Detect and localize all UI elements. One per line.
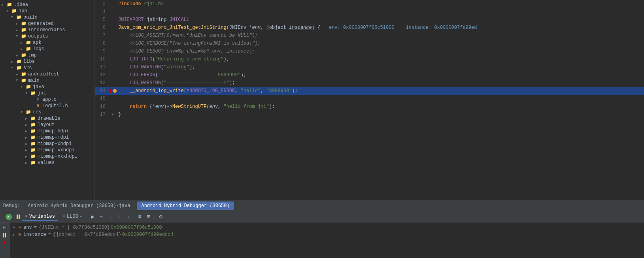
toolbar-btn-evaluate[interactable]: ≡ bbox=[136, 213, 144, 220]
var-row-env[interactable]: ▼≡env = {JNIEnv * | 0x7f86c51000} 0x0000… bbox=[9, 224, 644, 231]
tree-item-app[interactable]: ▼📁app bbox=[0, 8, 94, 14]
code-editor[interactable]: 3#include <jni.h>45JNIEXPORT jstring JNI… bbox=[95, 0, 644, 200]
line-number-9: 9 bbox=[95, 47, 109, 55]
folder-icon: 📁 bbox=[30, 116, 36, 121]
tree-item-libs[interactable]: ▶📁libs bbox=[0, 58, 94, 65]
tree-item-build[interactable]: ▼📁build bbox=[0, 14, 94, 21]
tree-item-mipmapxxhdpi[interactable]: ▶📁mipmap-xxhdpi bbox=[0, 147, 94, 153]
tree-item-layout[interactable]: ▶📁layout bbox=[0, 122, 94, 128]
lldb-tab-arrow: ▾ bbox=[80, 214, 82, 219]
line-number-5: 5 bbox=[95, 16, 109, 24]
tree-arrow-values: ▶ bbox=[25, 161, 30, 165]
folder-icon: 📁 bbox=[25, 46, 32, 52]
code-line-5: 5JNIEXPORT jstring JNICALL bbox=[95, 16, 644, 24]
folder-icon: 📁 bbox=[30, 122, 36, 128]
folder-icon: 📁 bbox=[30, 147, 36, 153]
folder-icon: 📁 bbox=[30, 154, 36, 159]
tree-arrow-src: ▼ bbox=[11, 66, 16, 70]
tree-item-mipmapxxxhdpi[interactable]: ▶📁mipmap-xxxhdpi bbox=[0, 153, 94, 160]
folder-icon: 📁 bbox=[25, 40, 32, 45]
toolbar-btn-watch[interactable]: ⊞ bbox=[145, 213, 152, 220]
code-line-7: 7 //LOG_ASSERT(0!=env,"JniEnv cannot be … bbox=[95, 32, 644, 40]
toolbar-btn-resume[interactable]: ▶ bbox=[89, 213, 96, 220]
pause-icon[interactable] bbox=[3, 233, 6, 237]
toolbar-btn-settings[interactable]: ⚙ bbox=[157, 213, 164, 220]
tree-arrow-mipmaphdpi: ▶ bbox=[25, 129, 30, 134]
variables-tab-label: Variables bbox=[29, 214, 55, 219]
tree-item-src[interactable]: ▼📁src bbox=[0, 65, 94, 71]
var-row-instance[interactable]: ▶≡instance = {jobject | 0x7fd99edcc4} 0x… bbox=[9, 231, 644, 238]
tree-item-generated[interactable]: ▶📁generated bbox=[0, 21, 94, 27]
toolbar-btn-step-into[interactable]: ↓ bbox=[107, 213, 114, 220]
code-line-12: 12 LOG_ERROR("--------------------999999… bbox=[95, 71, 644, 79]
tree-item-mipmapmdpi[interactable]: ▶📁mipmap-mdpi bbox=[0, 134, 94, 141]
line-content-4 bbox=[117, 8, 118, 16]
line-number-13: 13 bbox=[95, 79, 109, 87]
folder-icon: 📁 bbox=[21, 34, 27, 39]
pause-bar-left bbox=[17, 215, 18, 219]
tree-item-java[interactable]: ▼📁java bbox=[0, 84, 94, 90]
lldb-tab-icon: ≡ bbox=[63, 214, 65, 218]
code-line-10: 10 LOG_INFO("Returning a new string"); bbox=[95, 55, 644, 63]
fold-marker-17[interactable]: ▼ bbox=[111, 113, 114, 117]
tree-label-build: build bbox=[23, 15, 38, 20]
line-content-11: LOG_WARNING("Warning"); bbox=[117, 63, 195, 71]
debug-tab-native[interactable]: Android Hybrid Debugger (30650) bbox=[137, 202, 234, 210]
lldb-tab-label: LLDB bbox=[67, 214, 78, 219]
line-number-12: 12 bbox=[95, 71, 109, 79]
tree-item-res[interactable]: ▼📁res bbox=[0, 109, 94, 115]
tree-item-appc[interactable]: Capp.c bbox=[0, 96, 94, 103]
folder-icon: 📁 bbox=[21, 27, 27, 33]
line-content-14: __android_log_write(ANDROID_LOG_ERROR, "… bbox=[117, 87, 298, 95]
stop-icon[interactable]: ■ bbox=[3, 240, 6, 246]
toolbar-btn-run-cursor[interactable]: → bbox=[124, 213, 131, 220]
toolbar-btn-step-over[interactable]: ↷ bbox=[98, 213, 105, 220]
toolbar-btn-step-out[interactable]: ↑ bbox=[115, 213, 123, 220]
tree-item-jni[interactable]: ▼📁jni bbox=[0, 90, 94, 96]
tree-item-mipmaphdpi[interactable]: ▶📁mipmap-hdpi bbox=[0, 128, 94, 134]
line-content-6: Java_com_eric_pro_JniTest_getJniString(J… bbox=[117, 24, 477, 32]
line-gutter-5 bbox=[109, 16, 117, 24]
panel-tab-variables[interactable]: ≡ Variables bbox=[22, 213, 58, 221]
var-expand-env[interactable]: ▼ bbox=[13, 226, 17, 230]
line-gutter-4 bbox=[109, 8, 117, 16]
tree-item-apk[interactable]: ▶📁apk bbox=[0, 40, 94, 46]
tree-item-outputs[interactable]: ▼📁outputs bbox=[0, 33, 94, 40]
toolbar-separator-1 bbox=[134, 214, 134, 220]
folder-icon: 📁 bbox=[16, 65, 22, 71]
tree-item-values[interactable]: ▶📁values bbox=[0, 160, 94, 166]
tree-item-androidTest[interactable]: ▶📁androidTest bbox=[0, 71, 94, 77]
line-number-15: 15 bbox=[95, 95, 109, 103]
tree-arrow-layout: ▶ bbox=[25, 123, 30, 127]
var-expand-instance[interactable]: ▶ bbox=[13, 232, 17, 237]
line-gutter-6 bbox=[109, 24, 117, 32]
file-tree: ▶📁.idea▼📁app▼📁build▶📁generated▶📁intermed… bbox=[0, 0, 95, 200]
tree-arrow-tmp: ▶ bbox=[16, 53, 21, 58]
tree-arrow-java: ▼ bbox=[21, 85, 25, 89]
tree-item-intermediates[interactable]: ▶📁intermediates bbox=[0, 27, 94, 33]
tree-item-tmp[interactable]: ▶📁tmp bbox=[0, 52, 94, 58]
line-content-12: LOG_ERROR("--------------------9999999")… bbox=[117, 71, 246, 79]
line-gutter-11 bbox=[109, 63, 117, 71]
line-gutter-13 bbox=[109, 79, 117, 87]
tree-item-main[interactable]: ▼📁main bbox=[0, 77, 94, 84]
tree-arrow-mipmapxxxhdpi: ▶ bbox=[25, 154, 30, 159]
debug-tab-java[interactable]: Android Hybrid Debugger (30650)-java bbox=[23, 202, 134, 210]
tree-arrow-mipmapxxhdpi: ▶ bbox=[25, 148, 30, 153]
tree-item-drawable[interactable]: ▶📁drawable bbox=[0, 115, 94, 122]
tree-item-mipmapxhdpi[interactable]: ▶📁mipmap-xhdpi bbox=[0, 141, 94, 147]
line-number-16: 16 bbox=[95, 103, 109, 111]
tree-label-values: values bbox=[38, 160, 55, 166]
tree-item-idea[interactable]: ▶📁.idea bbox=[0, 2, 94, 8]
run-button[interactable]: ▶ bbox=[6, 214, 12, 220]
var-eq-instance: = bbox=[48, 232, 51, 237]
tree-item-logutil[interactable]: HLogUtil.h bbox=[0, 103, 94, 109]
green-run-icon[interactable]: ▶ bbox=[3, 224, 6, 230]
tree-item-logs[interactable]: ▶📁logs bbox=[0, 46, 94, 52]
panel-tab-lldb[interactable]: ≡ LLDB ▾ bbox=[60, 213, 85, 221]
var-icon-instance: ≡ bbox=[18, 232, 21, 237]
breakpoint-14[interactable] bbox=[109, 89, 112, 93]
line-number-3: 3 bbox=[95, 0, 109, 8]
var-type-env: {JNIEnv * | 0x7f86c51000} bbox=[39, 225, 110, 230]
var-value-env: 0x0000007f86c51000 bbox=[111, 225, 162, 230]
